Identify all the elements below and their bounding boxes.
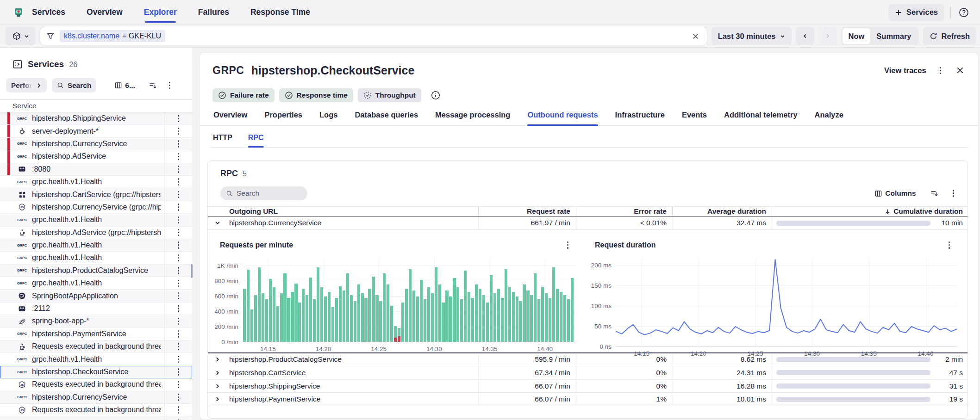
service-row-hipstershop-cartservice-grpc-hipstershop[interactable]: hipstershop.CartService (grpc://hipsters… bbox=[0, 188, 192, 201]
service-row-grpc-health-v1-health[interactable]: GRPCgrpc.health.v1.Health bbox=[0, 252, 192, 264]
row-menu-button[interactable] bbox=[175, 290, 181, 302]
time-back-button[interactable] bbox=[796, 27, 814, 45]
nav-item-explorer[interactable]: Explorer bbox=[143, 0, 178, 25]
service-row-hipstershop-currencyservice-grpc-hipster[interactable]: JShipstershop.CurrencyService (grpc://hi… bbox=[0, 201, 192, 214]
performance-filter-button[interactable]: Perfor bbox=[6, 78, 47, 93]
row-menu-button[interactable] bbox=[175, 328, 181, 340]
row-menu-button[interactable] bbox=[175, 151, 181, 163]
tab-properties[interactable]: Properties bbox=[264, 111, 302, 125]
row-menu-button[interactable] bbox=[175, 303, 181, 315]
time-forward-button[interactable] bbox=[818, 27, 837, 45]
rpc-columns-button[interactable]: Columns bbox=[873, 187, 918, 199]
service-row-grpc-health-v1-health[interactable]: GRPCgrpc.health.v1.Health bbox=[0, 353, 192, 365]
service-row-recommendationservice[interactable]: RecommendationService bbox=[0, 416, 192, 420]
row-menu-button[interactable] bbox=[175, 201, 181, 213]
summary-button[interactable]: Summary bbox=[870, 28, 917, 44]
row-menu-button[interactable] bbox=[175, 125, 181, 137]
help-button[interactable] bbox=[957, 6, 971, 19]
service-row-hipstershop-adservice-grpc-hipstershop[interactable]: hipstershop.AdService (grpc://hipstersho… bbox=[0, 227, 192, 239]
service-row-hipstershop-currencyservice[interactable]: GRPChipstershop.CurrencyService bbox=[0, 138, 192, 150]
row-menu-button[interactable] bbox=[175, 340, 181, 352]
rpc-search-input[interactable] bbox=[237, 189, 302, 198]
time-range-button[interactable]: Last 30 minutes bbox=[712, 27, 792, 45]
row-menu-button[interactable] bbox=[175, 353, 181, 365]
service-row-springbootappapplication[interactable]: SpringBootAppApplication bbox=[0, 290, 192, 302]
sidebar-columns-button[interactable]: 6... bbox=[112, 80, 137, 92]
row-menu-button[interactable] bbox=[175, 404, 181, 416]
row-menu-button[interactable] bbox=[175, 214, 181, 226]
nav-item-overview[interactable]: Overview bbox=[86, 0, 124, 25]
service-row-requests-executed-in-background-threads[interactable]: JSRequests executed in background thread… bbox=[0, 404, 192, 416]
subtab-rpc[interactable]: RPC bbox=[248, 134, 264, 147]
refresh-button[interactable]: Refresh bbox=[923, 27, 976, 45]
row-menu-button[interactable] bbox=[175, 138, 181, 150]
sidebar-menu-button[interactable] bbox=[167, 80, 173, 92]
chart-menu-button[interactable] bbox=[565, 239, 571, 251]
row-menu-button[interactable] bbox=[175, 315, 181, 327]
row-menu-button[interactable] bbox=[175, 265, 181, 277]
rpc-row-hipstershop-cartservice[interactable]: hipstershop.CartService67.34 / min0%24.3… bbox=[208, 366, 968, 380]
add-services-button[interactable]: Services bbox=[888, 4, 944, 21]
service-row-spring-boot-app[interactable]: spring-boot-app-* bbox=[0, 315, 192, 327]
service-row-requests-executed-in-background-threads[interactable]: JSRequests executed in background thread… bbox=[0, 378, 192, 391]
row-menu-button[interactable] bbox=[175, 112, 181, 124]
expand-row-button[interactable] bbox=[208, 370, 227, 376]
nav-item-services[interactable]: Services bbox=[31, 0, 66, 25]
collapse-row-button[interactable] bbox=[208, 220, 227, 226]
service-row-grpc-health-v1-health[interactable]: GRPCgrpc.health.v1.Health bbox=[0, 176, 192, 188]
view-traces-button[interactable]: View traces bbox=[884, 66, 926, 75]
filter-chip[interactable]: k8s.cluster.name = GKE-KLU bbox=[60, 30, 165, 42]
service-row-grpc-health-v1-health[interactable]: GRPCgrpc.health.v1.Health bbox=[0, 277, 192, 290]
tab-infrastructure[interactable]: Infrastructure bbox=[615, 111, 665, 125]
tab-outbound-requests[interactable]: Outbound requests bbox=[527, 111, 598, 125]
expand-row-button[interactable] bbox=[208, 357, 227, 362]
expand-row-button[interactable] bbox=[208, 396, 227, 402]
service-row-grpc-health-v1-health[interactable]: GRPCgrpc.health.v1.Health bbox=[0, 239, 192, 252]
service-row-hipstershop-adservice[interactable]: GRPChipstershop.AdService bbox=[0, 150, 192, 163]
panel-resize-handle[interactable] bbox=[191, 264, 193, 278]
service-row-hipstershop-productcatalogservice[interactable]: GRPChipstershop.ProductCatalogService bbox=[0, 265, 192, 277]
scope-selector-button[interactable] bbox=[5, 27, 36, 45]
service-row-hipstershop-shippingservice[interactable]: GRPChipstershop.ShippingService bbox=[0, 112, 192, 125]
tab-database-queries[interactable]: Database queries bbox=[355, 111, 418, 125]
row-menu-button[interactable] bbox=[175, 189, 181, 201]
row-menu-button[interactable] bbox=[175, 176, 181, 188]
service-row-8080[interactable]: :8080 bbox=[0, 163, 192, 176]
info-button[interactable] bbox=[429, 89, 442, 102]
subtab-http[interactable]: HTTP bbox=[213, 134, 232, 147]
filter-input[interactable]: k8s.cluster.name = GKE-KLU bbox=[40, 27, 707, 45]
tab-events[interactable]: Events bbox=[682, 111, 707, 125]
close-panel-button[interactable] bbox=[955, 65, 966, 76]
sidebar-search-button[interactable]: Search bbox=[52, 78, 97, 93]
tab-logs[interactable]: Logs bbox=[319, 111, 337, 125]
row-menu-button[interactable] bbox=[175, 366, 181, 378]
rpc-row-hipstershop-shippingservice[interactable]: hipstershop.ShippingService66.07 / min0%… bbox=[208, 380, 968, 393]
rpc-row-hipstershop-currencyservice[interactable]: hipstershop.CurrencyService661.97 / min<… bbox=[208, 216, 968, 230]
rpc-search-field[interactable] bbox=[220, 186, 307, 200]
row-menu-button[interactable] bbox=[175, 417, 181, 420]
detail-menu-button[interactable] bbox=[937, 65, 943, 77]
tab-message-processing[interactable]: Message processing bbox=[435, 111, 510, 125]
service-row-hipstershop-currencyservice[interactable]: GRPChipstershop.CurrencyService bbox=[0, 391, 192, 404]
service-row-requests-executed-in-background-threads[interactable]: Requests executed in background threads … bbox=[0, 340, 192, 353]
nav-item-response-time[interactable]: Response Time bbox=[250, 0, 311, 25]
tab-analyze[interactable]: Analyze bbox=[815, 111, 843, 125]
rpc-menu-button[interactable] bbox=[950, 187, 956, 199]
service-row-2112[interactable]: :2112 bbox=[0, 303, 192, 315]
tab-overview[interactable]: Overview bbox=[213, 111, 247, 125]
rpc-sort-button[interactable] bbox=[928, 187, 940, 199]
expand-row-button[interactable] bbox=[208, 383, 227, 389]
service-row-grpc-health-v1-health[interactable]: GRPCgrpc.health.v1.Health bbox=[0, 214, 192, 226]
sidebar-sort-button[interactable] bbox=[147, 80, 159, 92]
row-menu-button[interactable] bbox=[175, 239, 181, 251]
row-menu-button[interactable] bbox=[175, 163, 181, 175]
nav-item-failures[interactable]: Failures bbox=[197, 0, 230, 25]
clear-filter-button[interactable] bbox=[690, 31, 701, 42]
chart-menu-button[interactable] bbox=[946, 239, 952, 251]
rpc-row-hipstershop-paymentservice[interactable]: hipstershop.PaymentService66.07 / min1%1… bbox=[208, 393, 968, 406]
row-menu-button[interactable] bbox=[175, 379, 181, 391]
row-menu-button[interactable] bbox=[175, 391, 181, 403]
row-menu-button[interactable] bbox=[175, 278, 181, 290]
row-menu-button[interactable] bbox=[175, 227, 181, 239]
service-row-server-deployment[interactable]: server-deployment-* bbox=[0, 125, 192, 137]
